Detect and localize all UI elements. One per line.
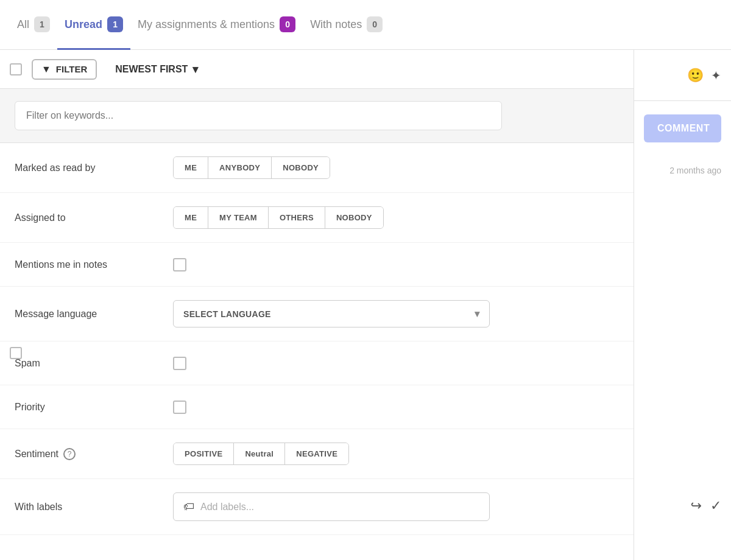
assigned-others-btn[interactable]: OTHERS bbox=[269, 207, 325, 228]
spam-row: Spam bbox=[0, 341, 731, 385]
labels-input[interactable]: 🏷 Add labels... bbox=[173, 492, 490, 521]
tab-unread[interactable]: Unread 1 bbox=[57, 1, 130, 50]
assigned-nobody-btn[interactable]: NOBODY bbox=[325, 207, 383, 228]
emoji-bar: 🙂 ✦ bbox=[634, 50, 731, 101]
labels-placeholder: Add labels... bbox=[200, 502, 254, 513]
keyword-filter-panel bbox=[0, 89, 731, 143]
sentiment-row: Sentiment ? POSITIVE Neutral NEGATIVE bbox=[0, 429, 731, 479]
assigned-to-toggle-group: ME MY TEAM OTHERS NOBODY bbox=[173, 206, 384, 229]
mentions-me-label: Mentions me in notes bbox=[15, 259, 173, 270]
priority-row: Priority bbox=[0, 385, 731, 429]
marked-nobody-btn[interactable]: NOBODY bbox=[272, 157, 330, 178]
language-select-value: SELECT LANGUAGE bbox=[183, 309, 271, 319]
comment-button[interactable]: COMMENT bbox=[644, 114, 721, 142]
marked-as-read-row: Marked as read by ME ANYBODY NOBODY bbox=[0, 143, 731, 193]
sort-chevron-icon: ▾ bbox=[192, 63, 198, 76]
tab-unread-label: Unread bbox=[65, 18, 102, 31]
spam-checkbox[interactable] bbox=[173, 357, 186, 370]
reply-icon[interactable]: ↩ bbox=[691, 498, 702, 514]
sparkle-icon[interactable]: ✦ bbox=[711, 68, 721, 83]
marked-me-btn[interactable]: ME bbox=[174, 157, 208, 178]
priority-label: Priority bbox=[15, 402, 173, 413]
message-language-label: Message language bbox=[15, 309, 173, 320]
filter-label: FILTER bbox=[56, 64, 87, 74]
with-labels-label: With labels bbox=[15, 502, 173, 513]
filter-options-panel: Marked as read by ME ANYBODY NOBODY Assi… bbox=[0, 143, 731, 560]
keyword-input[interactable] bbox=[15, 101, 502, 130]
list-checkbox-mid bbox=[10, 347, 22, 359]
sentiment-positive-btn[interactable]: POSITIVE bbox=[174, 443, 234, 464]
tab-my-assignments[interactable]: My assignments & mentions 0 bbox=[130, 1, 303, 50]
assigned-me-btn[interactable]: ME bbox=[174, 207, 208, 228]
marked-anybody-btn[interactable]: ANYBODY bbox=[208, 157, 272, 178]
message-language-row: Message language SELECT LANGUAGE ▾ bbox=[0, 287, 731, 341]
action-icons: ↩ ✓ bbox=[634, 488, 731, 523]
spam-label: Spam bbox=[15, 358, 173, 369]
sort-button[interactable]: NEWEST FIRST ▾ bbox=[107, 59, 207, 80]
mentions-me-row: Mentions me in notes bbox=[0, 243, 731, 287]
language-select[interactable]: SELECT LANGUAGE ▾ bbox=[173, 300, 490, 327]
marked-as-read-label: Marked as read by bbox=[15, 163, 173, 173]
tabs-bar: All 1 Unread 1 My assignments & mentions… bbox=[0, 0, 731, 50]
sentiment-negative-btn[interactable]: NEGATIVE bbox=[285, 443, 348, 464]
tab-unread-badge: 1 bbox=[107, 16, 123, 32]
tab-all[interactable]: All 1 bbox=[10, 1, 57, 50]
sentiment-label: Sentiment ? bbox=[15, 448, 173, 460]
tab-with-notes[interactable]: With notes 0 bbox=[303, 1, 390, 50]
assigned-to-row: Assigned to ME MY TEAM OTHERS NOBODY bbox=[0, 193, 731, 243]
language-chevron-icon: ▾ bbox=[475, 308, 479, 320]
mentions-me-checkbox[interactable] bbox=[173, 258, 186, 271]
filter-bar: ▼ FILTER NEWEST FIRST ▾ bbox=[0, 50, 731, 89]
tab-my-assignments-badge: 0 bbox=[280, 16, 295, 32]
time-text: 2 months ago bbox=[634, 156, 731, 185]
tab-with-notes-label: With notes bbox=[310, 18, 362, 31]
marked-as-read-toggle-group: ME ANYBODY NOBODY bbox=[173, 156, 330, 179]
with-labels-row: With labels 🏷 Add labels... bbox=[0, 479, 731, 535]
priority-checkbox[interactable] bbox=[173, 401, 186, 414]
sentiment-text: Sentiment bbox=[15, 449, 58, 460]
right-panel: 🙂 ✦ COMMENT 2 months ago ↩ ✓ bbox=[634, 50, 731, 560]
emoji-icon[interactable]: 🙂 bbox=[687, 68, 704, 83]
tab-all-label: All bbox=[17, 18, 29, 31]
tab-with-notes-badge: 0 bbox=[367, 16, 383, 32]
sentiment-neutral-btn[interactable]: Neutral bbox=[234, 443, 285, 464]
assigned-myteam-btn[interactable]: MY TEAM bbox=[208, 207, 269, 228]
sentiment-toggle-group: POSITIVE Neutral NEGATIVE bbox=[173, 443, 349, 465]
filter-icon: ▼ bbox=[41, 64, 51, 75]
main-container: All 1 Unread 1 My assignments & mentions… bbox=[0, 0, 731, 560]
list-item-checkbox[interactable] bbox=[10, 347, 22, 359]
sentiment-help-icon[interactable]: ? bbox=[63, 448, 76, 460]
check-icon[interactable]: ✓ bbox=[710, 498, 721, 514]
tag-icon: 🏷 bbox=[183, 500, 194, 513]
tab-my-assignments-label: My assignments & mentions bbox=[138, 18, 275, 31]
select-all-checkbox[interactable] bbox=[10, 63, 22, 75]
sort-label: NEWEST FIRST bbox=[115, 64, 188, 75]
assigned-to-label: Assigned to bbox=[15, 212, 173, 223]
tab-all-badge: 1 bbox=[34, 16, 50, 32]
filter-button[interactable]: ▼ FILTER bbox=[32, 59, 97, 80]
